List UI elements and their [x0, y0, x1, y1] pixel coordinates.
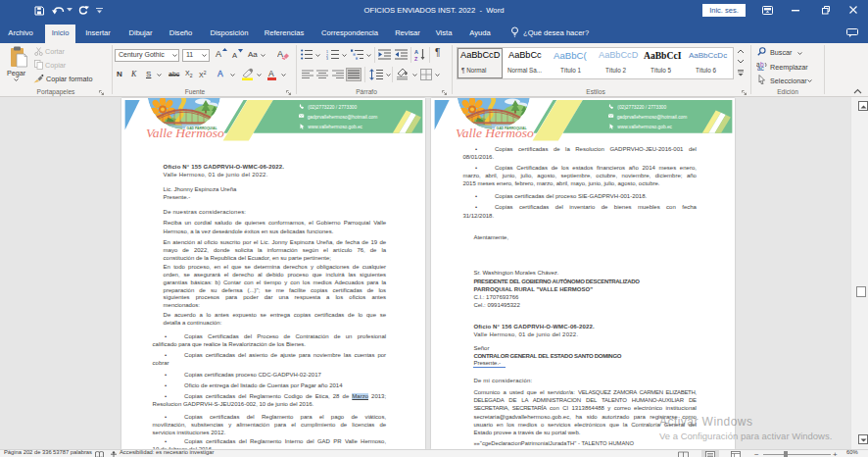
svg-text:A: A — [277, 49, 283, 59]
svg-text:3: 3 — [326, 57, 328, 60]
svg-text:Z: Z — [414, 56, 418, 62]
svg-text:ac: ac — [757, 65, 765, 71]
svg-text:A: A — [414, 49, 418, 55]
